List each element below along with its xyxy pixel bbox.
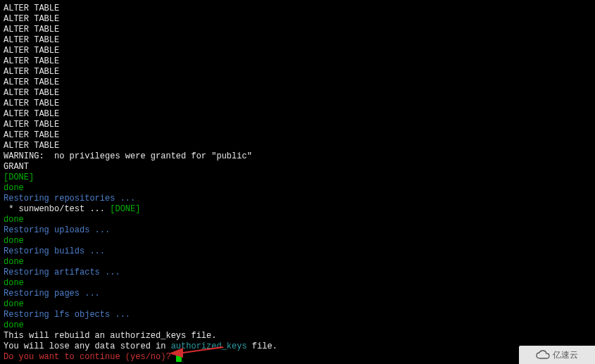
terminal-line: ALTER TABLE <box>4 35 591 46</box>
terminal-line: ALTER TABLE <box>4 4 591 14</box>
terminal-line: This will rebuild an authorized_keys fil… <box>4 331 591 341</box>
terminal-line: ALTER TABLE <box>4 14 591 25</box>
terminal-line: done <box>4 257 591 268</box>
terminal-line: ALTER TABLE <box>4 46 591 56</box>
terminal-line: ALTER TABLE <box>4 25 591 35</box>
terminal-line: Restoring repositories ... <box>4 194 591 204</box>
terminal-line: Restoring builds ... <box>4 246 591 257</box>
watermark-badge: 亿速云 <box>519 346 595 364</box>
terminal-line: ALTER TABLE <box>4 99 591 109</box>
terminal-line: done <box>4 236 591 246</box>
terminal-line: Restoring artifacts ... <box>4 268 591 278</box>
terminal-line: [DONE] <box>4 172 591 183</box>
terminal-line: done <box>4 320 591 331</box>
terminal-line: ALTER TABLE <box>4 109 591 120</box>
terminal-line: WARNING: no privileges were granted for … <box>4 151 591 162</box>
terminal-line: ALTER TABLE <box>4 56 591 67</box>
terminal-line: done <box>4 183 591 194</box>
terminal-line: Restoring uploads ... <box>4 225 591 236</box>
terminal-output: ALTER TABLEALTER TABLEALTER TABLEALTER T… <box>4 4 591 363</box>
terminal-cursor <box>176 352 182 362</box>
terminal-line: Restoring lfs objects ... <box>4 310 591 320</box>
confirm-prompt[interactable]: Do you want to continue (yes/no)? <box>4 352 591 363</box>
terminal-line: ALTER TABLE <box>4 120 591 130</box>
terminal-line: done <box>4 299 591 310</box>
terminal-line: ALTER TABLE <box>4 141 591 151</box>
terminal-line: You will lose any data stored in authori… <box>4 341 591 352</box>
terminal-line: * sunwenbo/test ... [DONE] <box>4 204 591 215</box>
terminal-line: done <box>4 215 591 225</box>
terminal-line: Restoring pages ... <box>4 289 591 299</box>
terminal-line: GRANT <box>4 162 591 172</box>
terminal-line: ALTER TABLE <box>4 130 591 141</box>
terminal-line: ALTER TABLE <box>4 88 591 99</box>
terminal-line: done <box>4 278 591 289</box>
terminal-line: ALTER TABLE <box>4 77 591 88</box>
cloud-icon <box>536 350 550 360</box>
watermark-text: 亿速云 <box>553 350 578 360</box>
terminal-line: ALTER TABLE <box>4 67 591 77</box>
